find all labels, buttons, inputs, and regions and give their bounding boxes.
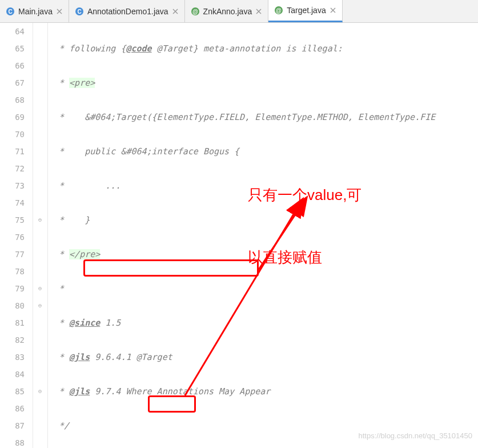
svg-text:@: @ <box>276 7 282 14</box>
svg-text:@: @ <box>192 9 198 15</box>
tab-label: AnnotationDemo1.java <box>87 7 168 16</box>
code-line: * @since 1.5 <box>54 314 478 331</box>
close-icon[interactable] <box>255 8 262 15</box>
line-number: 75 <box>0 211 25 229</box>
line-number: 70 <box>0 126 25 143</box>
close-icon[interactable] <box>330 7 336 14</box>
line-number: 81 <box>0 314 25 331</box>
line-number: 73 <box>0 177 25 194</box>
line-number: 82 <box>0 331 25 349</box>
code-line: * &#064;Target({ElementType.FIELD, Eleme… <box>54 109 478 126</box>
fold-marker-icon[interactable]: ⊖ <box>37 302 43 309</box>
code-line: * @jls 9.7.4 Where Annotations May Appea… <box>54 383 478 400</box>
svg-text:C: C <box>8 9 12 15</box>
code-line: * <box>54 280 478 297</box>
line-number: 74 <box>0 194 25 211</box>
line-number: 69 <box>0 109 25 126</box>
svg-line-18 <box>185 200 302 395</box>
line-number: 67 <box>0 74 25 91</box>
line-number: 65 <box>0 40 25 57</box>
line-number: 87 <box>0 417 25 434</box>
fold-marker-icon[interactable]: ⊖ <box>37 217 43 223</box>
code-line: * following {@code @Target} meta-annotat… <box>54 40 478 57</box>
fold-marker-icon[interactable]: ⊖ <box>37 388 43 395</box>
tab-target-java[interactable]: @ Target.java <box>268 0 342 22</box>
code-line: * } <box>54 211 478 229</box>
svg-text:C: C <box>77 9 81 15</box>
close-icon[interactable] <box>56 8 63 15</box>
line-number: 77 <box>0 246 25 263</box>
code-line: * ... <box>54 177 478 194</box>
line-number: 88 <box>0 434 25 448</box>
code-line: * <pre> <box>54 74 478 91</box>
code-line: * @jls 9.6.4.1 @Target <box>54 349 478 366</box>
code-line: * public &#064;interface Bogus { <box>54 143 478 160</box>
close-icon[interactable] <box>172 8 179 15</box>
code-area[interactable]: * following {@code @Target} meta-annotat… <box>48 23 478 448</box>
line-number: 84 <box>0 366 25 383</box>
fold-marker-icon[interactable]: ⊖ <box>37 285 43 292</box>
line-number: 80 <box>0 297 25 314</box>
annotation-icon: @ <box>191 7 200 16</box>
class-icon: C <box>75 7 84 16</box>
line-number: 71 <box>0 143 25 160</box>
tab-label: Main.java <box>18 7 53 16</box>
tab-annotationdemo1-java[interactable]: C AnnotationDemo1.java <box>69 0 185 22</box>
line-number: 79 <box>0 280 25 297</box>
line-number: 68 <box>0 91 25 109</box>
editor-tabs: C Main.java C AnnotationDemo1.java @ Znk… <box>0 0 478 23</box>
line-number: 72 <box>0 160 25 177</box>
line-number: 76 <box>0 229 25 246</box>
tab-main-java[interactable]: C Main.java <box>0 0 69 22</box>
line-number: 78 <box>0 263 25 280</box>
line-number: 83 <box>0 349 25 366</box>
class-icon: C <box>6 7 15 16</box>
code-editor[interactable]: 6465666768697071727374757677787980818283… <box>0 23 478 448</box>
tab-label: Target.java <box>287 6 326 15</box>
code-line: * </pre> <box>54 246 478 263</box>
line-number: 85 <box>0 383 25 400</box>
tab-znkanno-java[interactable]: @ ZnkAnno.java <box>185 0 269 22</box>
line-number: 66 <box>0 57 25 74</box>
line-number-gutter: 6465666768697071727374757677787980818283… <box>0 23 33 448</box>
line-number: 64 <box>0 23 25 40</box>
watermark: https://blog.csdn.net/qq_35101450 <box>359 427 473 445</box>
tab-label: ZnkAnno.java <box>203 7 252 16</box>
fold-gutter: ⊖ ⊖ ⊖ ⊖ <box>33 23 48 448</box>
annotation-icon: @ <box>274 6 283 15</box>
line-number: 86 <box>0 400 25 417</box>
